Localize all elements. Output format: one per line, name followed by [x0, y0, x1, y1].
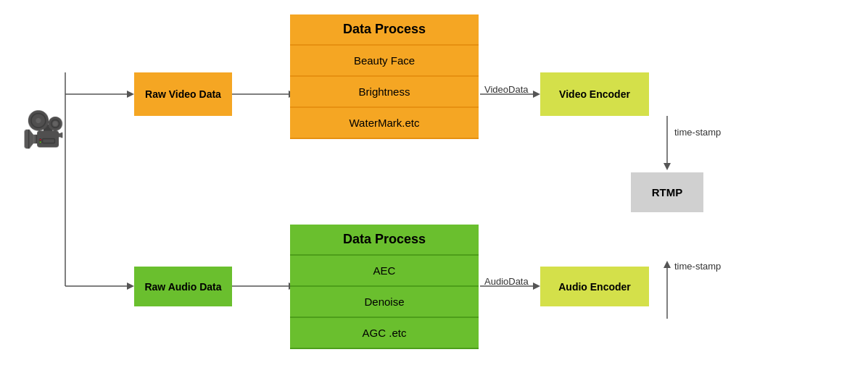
data-process-audio-items: AEC Denoise AGC .etc: [290, 254, 479, 349]
audio-item-1: AEC: [290, 256, 479, 287]
svg-marker-19: [533, 282, 540, 290]
svg-marker-10: [664, 163, 671, 170]
raw-audio-data-box: Raw Audio Data: [134, 267, 232, 306]
audio-item-2: Denoise: [290, 287, 479, 318]
audio-encoder-box: Audio Encoder: [540, 267, 649, 306]
data-process-video-items: Beauty Face Brightness WaterMark.etc: [290, 44, 479, 139]
svg-marker-8: [533, 91, 540, 98]
data-process-audio-title: Data Process: [290, 225, 479, 254]
video-item-1: Beauty Face: [290, 46, 479, 77]
video-timestamp-label: time-stamp: [674, 127, 721, 138]
data-process-video-box: Data Process Beauty Face Brightness Wate…: [290, 14, 479, 139]
camera-icon: 🎥: [22, 112, 65, 147]
svg-marker-15: [127, 282, 134, 290]
data-process-audio-box: Data Process AEC Denoise AGC .etc: [290, 225, 479, 349]
data-process-video-title: Data Process: [290, 14, 479, 44]
video-data-label: VideoData: [484, 84, 528, 95]
svg-marker-12: [664, 261, 671, 268]
raw-video-data-box: Raw Video Data: [134, 72, 232, 116]
audio-data-label: AudioData: [484, 276, 529, 287]
audio-item-3: AGC .etc: [290, 318, 479, 349]
svg-marker-4: [127, 91, 134, 98]
rtmp-box: RTMP: [631, 172, 703, 212]
video-encoder-box: Video Encoder: [540, 72, 649, 116]
audio-timestamp-label: time-stamp: [674, 261, 721, 272]
video-item-3: WaterMark.etc: [290, 108, 479, 139]
diagram: 🎥 Raw Video Data Data Process Beauty Fac…: [0, 0, 868, 381]
video-item-2: Brightness: [290, 77, 479, 108]
